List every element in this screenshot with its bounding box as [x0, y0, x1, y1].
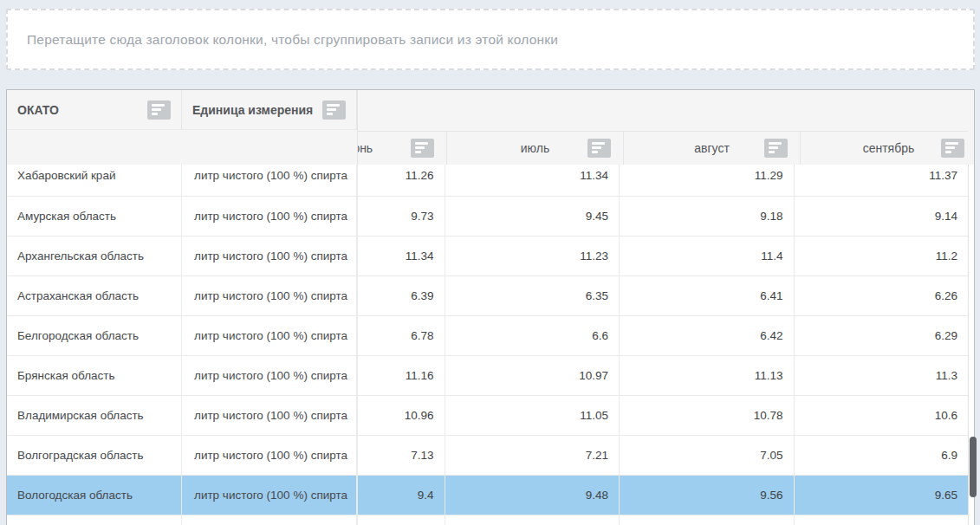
cell-value-july[interactable] [445, 515, 620, 525]
cell-unit[interactable]: литр чистого (100 %) спирта [182, 276, 357, 315]
cell-unit[interactable]: литр чистого (100 %) спирта [182, 476, 357, 515]
cell-value-august[interactable] [620, 515, 795, 525]
group-drop-zone-hint: Перетащите сюда заголовок колонки, чтобы… [27, 32, 558, 48]
cell-value-june[interactable]: 11.26 [357, 165, 445, 196]
cell-value-september[interactable]: 6.29 [795, 316, 970, 355]
cell-region[interactable]: Белгородская область [7, 316, 182, 355]
column-menu-icon[interactable] [941, 139, 964, 158]
column-header-july-label: июль [521, 141, 549, 155]
row-values-viewport: 9.73 9.45 9.18 9.14 [357, 197, 969, 236]
column-menu-icon[interactable] [764, 139, 788, 158]
cell-value-june[interactable]: 7.13 [357, 436, 445, 475]
cell-unit[interactable]: литр чистого (100 %) спирта [182, 436, 357, 475]
cell-region[interactable]: Брянская область [7, 356, 182, 395]
row-values-viewport: 7.13 7.21 7.05 6.9 [357, 436, 969, 475]
cell-value-august[interactable]: 11.4 [620, 237, 795, 275]
cell-unit[interactable]: литр чистого (100 %) спирта [182, 237, 357, 275]
column-header-july[interactable]: июль [447, 132, 624, 165]
column-menu-icon[interactable] [411, 139, 434, 158]
table-row[interactable]: Владимирская область литр чистого (100 %… [7, 396, 974, 436]
cell-region[interactable]: Хабаровский край [7, 165, 182, 196]
cell-value-july[interactable]: 11.05 [445, 396, 620, 435]
cell-value-july[interactable]: 9.45 [445, 197, 620, 236]
cell-unit[interactable]: литр чистого (100 %) спирта [182, 197, 357, 236]
cell-value-july[interactable]: 11.23 [445, 237, 620, 275]
column-header-june[interactable]: июнь [357, 132, 447, 165]
column-header-august[interactable]: август [624, 132, 801, 165]
cell-region[interactable]: Астраханская область [7, 276, 182, 315]
column-header-unit[interactable]: Единица измерения [182, 90, 357, 130]
scrollable-header: июнь июль август сентябрь [357, 90, 968, 165]
header-group-row-empty [358, 90, 968, 132]
cell-unit[interactable]: литр чистого (100 %) спирта [182, 396, 357, 435]
row-values-viewport: 11.16 10.97 11.13 11.3 [357, 356, 969, 395]
cell-region[interactable]: Архангельская область [7, 237, 182, 275]
cell-value-august[interactable]: 7.05 [620, 436, 795, 475]
group-drop-zone[interactable]: Перетащите сюда заголовок колонки, чтобы… [6, 9, 975, 70]
cell-value-june[interactable]: 6.39 [357, 276, 445, 315]
cell-value-july[interactable]: 11.34 [445, 165, 620, 196]
cell-value-june[interactable] [357, 515, 445, 525]
table-row[interactable]: Волгоградская область литр чистого (100 … [7, 436, 974, 476]
table-row[interactable]: Вологодская область литр чистого (100 %)… [7, 476, 974, 515]
cell-value-august[interactable]: 9.18 [620, 197, 795, 236]
column-menu-icon[interactable] [147, 100, 171, 120]
cell-unit[interactable]: литр чистого (100 %) спирта [182, 356, 357, 395]
row-values-viewport: 11.34 11.23 11.4 11.2 [357, 237, 969, 275]
column-header-august-label: август [694, 141, 730, 155]
table-row[interactable]: Астраханская область литр чистого (100 %… [7, 276, 974, 316]
cell-unit[interactable]: литр чистого (100 %) спирта [182, 316, 357, 355]
cell-value-june[interactable]: 9.4 [357, 476, 445, 515]
table-row[interactable] [7, 515, 974, 525]
cell-region[interactable]: Волгоградская область [7, 436, 182, 475]
cell-value-august[interactable]: 11.13 [620, 356, 795, 395]
cell-value-june[interactable]: 6.78 [357, 316, 445, 355]
cell-value-september[interactable]: 9.65 [795, 476, 970, 515]
cell-value-june[interactable]: 11.34 [357, 237, 445, 275]
grid-header: ОКАТО Единица измерения июнь июль авг [7, 90, 974, 165]
cell-region[interactable]: Вологодская область [7, 476, 182, 515]
table-row[interactable]: Амурская область литр чистого (100 %) сп… [7, 197, 974, 237]
cell-value-june[interactable]: 10.96 [357, 396, 445, 435]
cell-region[interactable] [7, 515, 182, 525]
cell-value-august[interactable]: 10.78 [620, 396, 795, 435]
cell-value-august[interactable]: 6.42 [620, 316, 795, 355]
cell-value-september[interactable]: 9.14 [795, 197, 970, 236]
cell-unit[interactable] [182, 515, 357, 525]
column-menu-icon[interactable] [587, 139, 611, 158]
cell-region[interactable]: Амурская область [7, 197, 182, 236]
cell-value-july[interactable]: 9.48 [445, 476, 620, 515]
row-values-viewport [357, 515, 969, 525]
cell-value-july[interactable]: 6.6 [445, 316, 620, 355]
cell-value-july[interactable]: 10.97 [445, 356, 620, 395]
row-values-viewport: 11.26 11.34 11.29 11.37 [357, 165, 969, 196]
cell-value-august[interactable]: 9.56 [620, 476, 795, 515]
row-values-viewport: 9.4 9.48 9.56 9.65 [357, 476, 969, 515]
cell-value-september[interactable] [795, 515, 970, 525]
cell-value-september[interactable]: 11.37 [795, 165, 970, 196]
table-row[interactable]: Хабаровский край литр чистого (100 %) сп… [7, 165, 974, 197]
column-menu-icon[interactable] [322, 100, 346, 120]
cell-value-july[interactable]: 7.21 [445, 436, 620, 475]
column-header-okato[interactable]: ОКАТО [7, 90, 182, 130]
cell-value-june[interactable]: 11.16 [357, 356, 445, 395]
column-header-september-label: сентябрь [863, 141, 915, 155]
cell-value-august[interactable]: 11.29 [620, 165, 795, 196]
cell-region[interactable]: Владимирская область [7, 396, 182, 435]
cell-unit[interactable]: литр чистого (100 %) спирта [182, 165, 357, 196]
vertical-scrollbar-thumb[interactable] [970, 437, 977, 497]
column-header-september[interactable]: сентябрь [801, 132, 968, 165]
cell-value-june[interactable]: 9.73 [357, 197, 445, 236]
cell-value-august[interactable]: 6.41 [620, 276, 795, 315]
cell-value-september[interactable]: 11.3 [795, 356, 970, 395]
table-row[interactable]: Белгородская область литр чистого (100 %… [7, 316, 974, 356]
cell-value-september[interactable]: 10.6 [795, 396, 970, 435]
cell-value-september[interactable]: 6.26 [795, 276, 970, 315]
cell-value-july[interactable]: 6.35 [445, 276, 620, 315]
row-values-viewport: 10.96 11.05 10.78 10.6 [357, 396, 969, 435]
table-row[interactable]: Брянская область литр чистого (100 %) сп… [7, 356, 974, 396]
page: Перетащите сюда заголовок колонки, чтобы… [0, 0, 980, 525]
cell-value-september[interactable]: 6.9 [795, 436, 970, 475]
cell-value-september[interactable]: 11.2 [795, 237, 970, 275]
table-row[interactable]: Архангельская область литр чистого (100 … [7, 237, 974, 276]
